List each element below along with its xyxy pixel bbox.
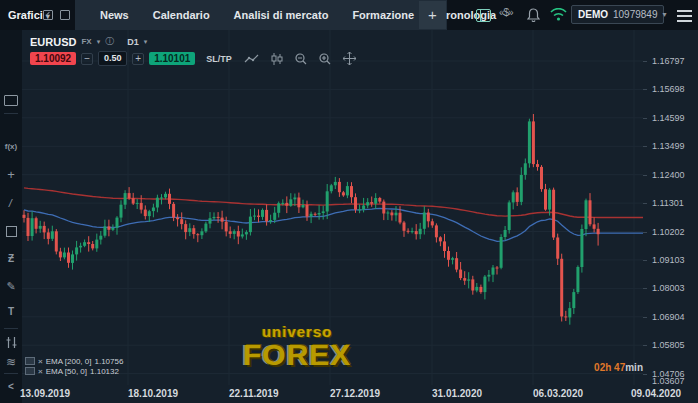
price-alerts-icon[interactable]: «$» bbox=[499, 7, 513, 18]
connection-wifi-icon bbox=[550, 8, 567, 21]
x-axis-label: 27.12.2019 bbox=[330, 388, 380, 399]
trend-line-icon[interactable]: / bbox=[8, 195, 14, 211]
x-axis-label: 09.04.2020 bbox=[631, 388, 681, 399]
info-icon[interactable]: ⓘ bbox=[105, 35, 114, 48]
chart-area[interactable]: EURUSD FX ▾ ⓘ D1 ▾ 1.10092 − 0.50 + 1.10… bbox=[22, 30, 698, 403]
y-axis-tick bbox=[643, 317, 647, 318]
bell-icon[interactable] bbox=[527, 8, 540, 22]
y-axis-label: 1.12400 bbox=[652, 170, 698, 180]
drawing-tools-sidebar: f(x) + / Ƶ ✎ T ≋ < bbox=[0, 30, 22, 403]
y-axis-label: 1.14599 bbox=[652, 113, 698, 123]
timeframe-selector[interactable]: D1 bbox=[127, 37, 139, 47]
pattern-tool-icon[interactable]: Ƶ bbox=[8, 251, 14, 267]
nav-tabs: News Calendario Analisi di mercato Forma… bbox=[75, 0, 447, 30]
brush-icon[interactable]: ✎ bbox=[6, 278, 15, 294]
watermark-line2: FOREX bbox=[243, 340, 351, 370]
account-mode: DEMO bbox=[578, 9, 608, 20]
indicator-icon bbox=[25, 357, 35, 365]
indicators-fx-icon[interactable]: f(x) bbox=[5, 139, 17, 155]
y-axis-tick bbox=[643, 345, 647, 346]
ema-200-legend-row[interactable]: × EMA [200, 0] 1.10756 bbox=[25, 356, 123, 366]
broker-watermark: universo FOREX bbox=[243, 324, 351, 370]
menu-hamburger-icon[interactable] bbox=[677, 10, 692, 22]
x-axis-label: 18.10.2019 bbox=[128, 388, 178, 399]
y-axis-label: 1.05805 bbox=[652, 340, 698, 350]
y-axis-label: 1.08003 bbox=[652, 283, 698, 293]
y-axis-label: 1.15698 bbox=[652, 84, 698, 94]
y-axis-tick bbox=[643, 118, 647, 119]
chevron-down-icon: ▾ bbox=[663, 10, 667, 19]
quantity-value[interactable]: 0.50 bbox=[98, 51, 127, 66]
candle-countdown: 02h 47min bbox=[594, 362, 643, 373]
divider bbox=[4, 328, 18, 329]
candles-layer bbox=[23, 114, 600, 325]
text-tool-icon[interactable]: T bbox=[8, 304, 14, 320]
y-axis-tick bbox=[643, 146, 647, 147]
divider bbox=[4, 373, 18, 374]
sltp-button[interactable]: SL/TP bbox=[206, 54, 232, 64]
trade-toolbar: 1.10092 − 0.50 + 1.10101 SL/TP bbox=[30, 51, 356, 66]
tab-calendario[interactable]: Calendario bbox=[141, 0, 222, 30]
y-axis-tick bbox=[643, 175, 647, 176]
y-axis-label: 1.06904 bbox=[652, 312, 698, 322]
x-axis-label: 22.11.2019 bbox=[229, 388, 279, 399]
object-tree-icon[interactable]: ≋ bbox=[6, 354, 16, 370]
symbol-toolbar: EURUSD FX ▾ ⓘ D1 ▾ bbox=[30, 35, 147, 48]
zoom-in-icon[interactable] bbox=[319, 53, 331, 65]
chart-window-icon[interactable] bbox=[4, 92, 18, 108]
chart-type-candles-icon[interactable] bbox=[271, 53, 283, 65]
quantity-decrease-button[interactable]: − bbox=[81, 53, 93, 65]
y-axis-tick bbox=[643, 89, 647, 90]
maximize-icon[interactable] bbox=[60, 10, 70, 20]
market-label: FX bbox=[81, 37, 91, 46]
tab-news[interactable]: News bbox=[88, 0, 141, 30]
ema-50-value: 1.10132 bbox=[90, 367, 119, 376]
ema-50-label: EMA [50, 0] bbox=[46, 367, 87, 376]
y-axis-label: 1.13499 bbox=[652, 141, 698, 151]
sell-price-button[interactable]: 1.10092 bbox=[30, 52, 76, 65]
y-axis-label: 1.10202 bbox=[652, 227, 698, 237]
x-axis-label: 31.01.2020 bbox=[432, 388, 482, 399]
pan-move-icon[interactable] bbox=[343, 52, 356, 65]
add-tab-button[interactable]: + bbox=[419, 1, 446, 29]
countdown-unit: min bbox=[625, 362, 643, 373]
charts-menu-label: Grafici bbox=[8, 9, 43, 21]
watermark-line1: universo bbox=[243, 324, 351, 339]
y-axis-tick bbox=[643, 374, 647, 375]
shapes-icon[interactable] bbox=[6, 223, 17, 239]
trading-platform: Grafici▾ × News Calendario Analisi di me… bbox=[0, 0, 698, 403]
remove-indicator-icon[interactable]: × bbox=[38, 357, 43, 366]
buy-price-button[interactable]: 1.10101 bbox=[149, 52, 195, 65]
tab-formazione[interactable]: Formazione bbox=[340, 0, 426, 30]
crosshair-plus-icon[interactable]: + bbox=[7, 167, 15, 183]
share-icon[interactable]: < bbox=[8, 379, 14, 395]
object-settings-icon[interactable] bbox=[6, 334, 17, 350]
chevron-down-icon[interactable]: ▾ bbox=[144, 38, 148, 46]
y-axis-tick bbox=[643, 260, 647, 261]
countdown-time: 02h 47 bbox=[594, 362, 625, 373]
indicator-icon bbox=[25, 367, 35, 375]
indicator-legend: × EMA [200, 0] 1.10756 × EMA [50, 0] 1.1… bbox=[25, 356, 123, 376]
account-selector[interactable]: DEMO 10979849 ▾ bbox=[571, 5, 664, 24]
divider bbox=[4, 113, 18, 114]
y-axis-tick bbox=[643, 61, 647, 62]
panel-toggle-icon[interactable] bbox=[476, 9, 491, 22]
quantity-increase-button[interactable]: + bbox=[132, 53, 144, 65]
chart-type-line-icon[interactable] bbox=[244, 54, 259, 64]
remove-indicator-icon[interactable]: × bbox=[38, 367, 43, 376]
y-axis-label: 1.03607 bbox=[652, 376, 698, 386]
symbol-label[interactable]: EURUSD bbox=[30, 36, 76, 48]
x-axis-label: 06.03.2020 bbox=[533, 388, 583, 399]
top-bar: Grafici▾ × News Calendario Analisi di me… bbox=[0, 0, 698, 30]
popout-icon[interactable] bbox=[43, 10, 53, 20]
y-axis-tick bbox=[643, 288, 647, 289]
tab-analisi-di-mercato[interactable]: Analisi di mercato bbox=[222, 0, 341, 30]
ema-200-label: EMA [200, 0] bbox=[46, 357, 92, 366]
y-axis-label: 1.09103 bbox=[652, 255, 698, 265]
chevron-down-icon[interactable]: ▾ bbox=[97, 38, 101, 46]
y-axis-tick bbox=[643, 232, 647, 233]
zoom-out-icon[interactable] bbox=[295, 53, 307, 65]
y-axis-label: 1.11301 bbox=[652, 198, 698, 208]
account-number: 10979849 bbox=[613, 9, 658, 20]
ema-50-legend-row[interactable]: × EMA [50, 0] 1.10132 bbox=[25, 366, 123, 376]
